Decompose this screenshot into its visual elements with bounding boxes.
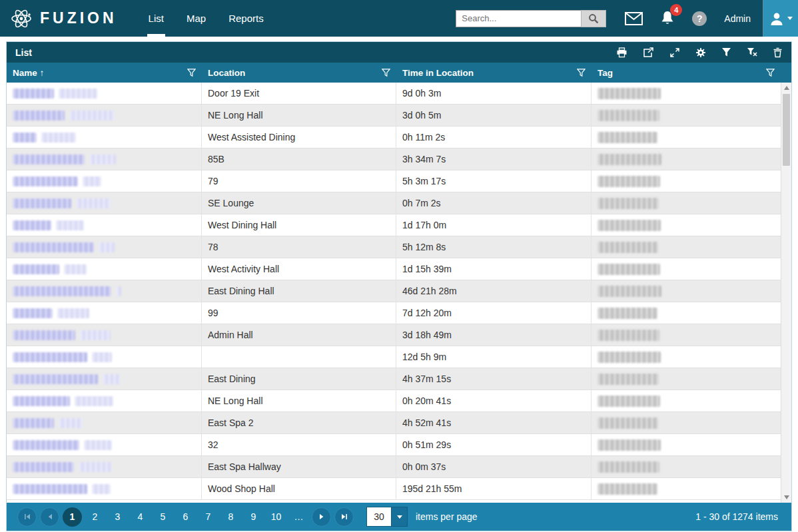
cell-time-in-location: 7d 12h 20m — [396, 302, 592, 324]
last-page-button[interactable] — [334, 507, 354, 527]
scrollbar-track[interactable] — [781, 166, 791, 492]
user-avatar-icon — [769, 11, 785, 27]
user-menu-button[interactable] — [763, 0, 798, 37]
column-header-time[interactable]: Time in Location — [396, 63, 592, 83]
table-row[interactable]: East Spa Hallway0h 0m 37s — [7, 456, 781, 478]
scroll-down-button[interactable] — [781, 492, 791, 503]
redacted-name-block — [79, 462, 112, 472]
page-size-select[interactable]: 30 — [366, 507, 408, 527]
table-row[interactable]: 85B3h 34m 7s — [7, 148, 781, 170]
previous-page-button[interactable] — [40, 507, 59, 527]
redacted-tag-block — [598, 88, 661, 99]
page-button-4[interactable]: 4 — [131, 507, 150, 527]
column-header-location[interactable]: Location — [202, 63, 396, 83]
nav-label: List — [149, 13, 164, 24]
redacted-name-block — [116, 286, 121, 296]
column-label: Tag — [598, 68, 613, 78]
page-button-8[interactable]: 8 — [221, 507, 240, 527]
cell-tag-redacted — [592, 127, 781, 148]
table-row[interactable]: West Activity Hall1d 15h 39m — [7, 258, 781, 280]
redacted-name-block — [64, 264, 87, 274]
column-filter-funnel-icon[interactable] — [382, 69, 390, 77]
column-header-name[interactable]: Name ↑ — [7, 63, 202, 83]
cell-name-redacted — [7, 105, 202, 126]
page-button-6[interactable]: 6 — [176, 507, 195, 527]
table-row[interactable]: East Dining4h 37m 15s — [7, 368, 781, 390]
redacted-name-block — [13, 440, 79, 450]
table-row[interactable]: 12d 5h 9m — [7, 346, 781, 368]
cell-location: Door 19 Exit — [202, 83, 396, 104]
column-filter-funnel-icon[interactable] — [187, 69, 196, 77]
table-row[interactable]: 997d 12h 20m — [7, 302, 781, 324]
table-row[interactable]: Wood Shop Hall195d 21h 55m — [7, 478, 781, 500]
table-row[interactable]: SE Lounge0h 7m 2s — [7, 192, 781, 214]
nav-item-list[interactable]: List — [137, 0, 175, 37]
page-button-7[interactable]: 7 — [199, 507, 218, 527]
atom-logo-icon — [9, 7, 33, 31]
search-input[interactable] — [456, 10, 581, 27]
page-button-3[interactable]: 3 — [108, 507, 127, 527]
search-icon — [588, 13, 599, 24]
nav-label: Reports — [228, 13, 264, 24]
table-row[interactable]: 795h 3m 17s — [7, 170, 781, 192]
redacted-name-block — [80, 330, 111, 340]
cell-time-in-location: 0h 20m 41s — [396, 390, 592, 411]
cell-time-in-location: 9d 0h 3m — [396, 83, 592, 104]
column-header-row: Name ↑LocationTime in LocationTag — [7, 63, 791, 83]
page-size-dropdown-button[interactable] — [392, 507, 408, 527]
item-range-label: 1 - 30 of 1274 items — [695, 511, 781, 522]
cell-tag-redacted — [592, 324, 781, 346]
cell-time-in-location: 3d 0h 5m — [396, 105, 592, 126]
redacted-name-block — [13, 330, 75, 340]
table-row[interactable]: NE Long Hall3d 0h 5m — [7, 105, 781, 127]
first-page-button[interactable] — [17, 507, 37, 527]
cell-location: 85B — [202, 148, 396, 170]
panel-toolbar — [616, 47, 783, 58]
table-row[interactable]: 785h 12m 8s — [7, 236, 781, 258]
mail-button[interactable] — [625, 12, 643, 25]
brand-logo[interactable]: FUZION — [9, 7, 117, 31]
filter-icon[interactable] — [721, 47, 731, 57]
cell-tag-redacted — [592, 105, 781, 126]
search-button[interactable] — [581, 10, 606, 27]
trash-icon[interactable] — [773, 47, 783, 58]
column-filter-funnel-icon[interactable] — [577, 69, 586, 77]
cell-time-in-location: 3h 34m 7s — [396, 148, 592, 170]
nav-item-reports[interactable]: Reports — [217, 0, 275, 37]
table-row[interactable]: Admin Hall3d 18h 49m — [7, 324, 781, 346]
table-row[interactable]: West Assisted Dining0h 11m 2s — [7, 127, 781, 148]
page-button-2[interactable]: 2 — [85, 507, 105, 527]
page-ellipsis-button[interactable]: … — [289, 507, 308, 527]
cell-name-redacted — [7, 434, 202, 455]
scrollbar-thumb[interactable] — [783, 94, 790, 166]
redacted-name-block — [92, 352, 112, 362]
table-row[interactable]: West Dining Hall1d 17h 0m — [7, 214, 781, 236]
column-filter-funnel-icon[interactable] — [766, 69, 775, 77]
redacted-name-block — [13, 133, 37, 142]
table-row[interactable]: East Dining Hall46d 21h 28m — [7, 280, 781, 302]
page-button-10[interactable]: 10 — [266, 507, 286, 527]
fullscreen-icon[interactable] — [669, 47, 680, 58]
export-icon[interactable] — [643, 47, 654, 58]
page-button-5[interactable]: 5 — [153, 507, 173, 527]
cell-location: West Assisted Dining — [202, 127, 396, 148]
print-icon[interactable] — [616, 47, 627, 58]
redacted-name-block — [13, 198, 71, 208]
notifications-button[interactable]: 4 — [660, 11, 675, 27]
table-row[interactable]: East Spa 24h 52m 41s — [7, 412, 781, 434]
table-row[interactable]: 320h 51m 29s — [7, 434, 781, 456]
help-button[interactable]: ? — [692, 11, 707, 26]
table-row[interactable]: Door 19 Exit9d 0h 3m — [7, 83, 781, 105]
vertical-scrollbar[interactable] — [781, 83, 791, 503]
page-button-1[interactable]: 1 — [63, 507, 82, 527]
page-button-9[interactable]: 9 — [244, 507, 263, 527]
cell-location: East Spa Hallway — [202, 456, 396, 477]
column-header-tag[interactable]: Tag — [592, 63, 781, 83]
clear-filter-icon[interactable] — [747, 47, 757, 57]
next-page-button[interactable] — [312, 507, 331, 527]
table-row[interactable]: NE Long Hall0h 20m 41s — [7, 390, 781, 412]
scroll-up-button[interactable] — [781, 83, 791, 93]
gear-icon[interactable] — [695, 47, 706, 58]
redacted-name-block — [13, 264, 59, 274]
nav-item-map[interactable]: Map — [175, 0, 217, 37]
